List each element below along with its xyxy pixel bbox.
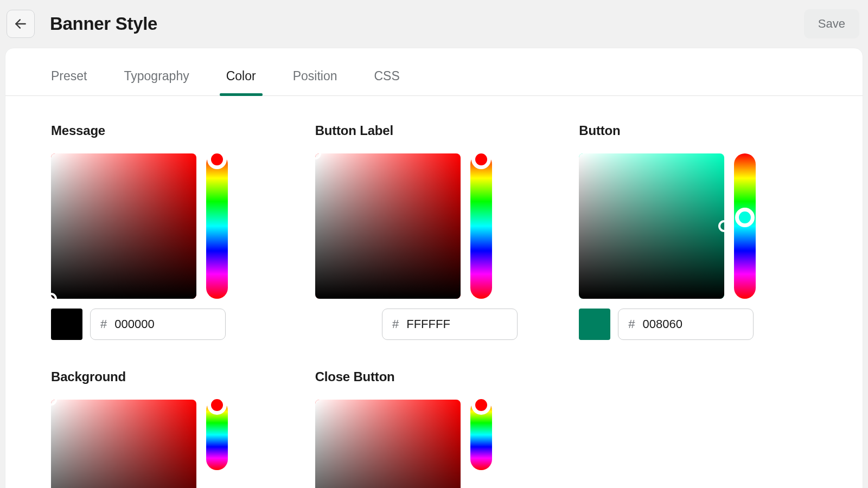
save-button[interactable]: Save <box>804 9 859 38</box>
hue-thumb-button[interactable] <box>735 208 755 227</box>
picker-message: Message # <box>51 123 289 340</box>
picker-body-close-button <box>315 400 553 488</box>
color-row-2: Background Close Button <box>51 369 817 488</box>
value-row-button-label: # <box>315 309 553 340</box>
tab-color[interactable]: Color <box>226 69 256 95</box>
hue-bar-message[interactable] <box>206 153 228 299</box>
hue-bar-button-label[interactable] <box>470 153 492 299</box>
hash-icon: # <box>392 317 399 331</box>
value-row-message: # <box>51 309 289 340</box>
settings-card: Preset Typography Color Position CSS Mes… <box>5 48 863 488</box>
color-settings: Message # <box>5 96 863 488</box>
tab-preset[interactable]: Preset <box>51 69 87 95</box>
sv-panel-button-label[interactable] <box>315 153 461 299</box>
sv-panel-message[interactable] <box>51 153 196 299</box>
hue-bar-close-button[interactable] <box>470 400 492 470</box>
tab-css[interactable]: CSS <box>374 69 399 95</box>
picker-label-button-label: Button Label <box>315 123 553 138</box>
tab-position[interactable]: Position <box>293 69 337 95</box>
swatch-message <box>51 309 82 340</box>
hex-wrap-button-label[interactable]: # <box>382 309 518 340</box>
hex-wrap-button[interactable]: # <box>618 309 754 340</box>
picker-button: Button # <box>579 123 817 340</box>
hue-bar-button[interactable] <box>734 153 756 299</box>
hue-thumb-close-button[interactable] <box>471 395 491 415</box>
sv-panel-button[interactable] <box>579 153 724 299</box>
hex-input-button-label[interactable] <box>406 317 482 331</box>
sv-panel-background[interactable] <box>51 400 196 488</box>
back-button[interactable] <box>7 10 35 38</box>
hue-thumb-background[interactable] <box>207 395 227 415</box>
tab-typography[interactable]: Typography <box>124 69 189 95</box>
picker-body-button <box>579 153 817 299</box>
picker-background: Background <box>51 369 289 488</box>
value-row-button: # <box>579 309 817 340</box>
hue-thumb-button-label[interactable] <box>471 150 491 169</box>
picker-label-message: Message <box>51 123 289 138</box>
color-row-1: Message # <box>51 123 817 340</box>
swatch-button <box>579 309 610 340</box>
picker-body-background <box>51 400 289 488</box>
hue-thumb-message[interactable] <box>207 150 227 169</box>
hex-input-message[interactable] <box>114 317 190 331</box>
hash-icon: # <box>100 317 107 331</box>
arrow-left-icon <box>14 17 28 31</box>
picker-close-button: Close Button <box>315 369 553 488</box>
picker-button-label: Button Label # <box>315 123 553 340</box>
sv-panel-close-button[interactable] <box>315 400 461 488</box>
tabs: Preset Typography Color Position CSS <box>5 48 863 96</box>
hex-wrap-message[interactable]: # <box>90 309 226 340</box>
topbar: Banner Style Save <box>0 0 868 48</box>
hash-icon: # <box>628 317 635 331</box>
topbar-left: Banner Style <box>7 10 157 38</box>
hue-bar-background[interactable] <box>206 400 228 470</box>
picker-label-background: Background <box>51 369 289 384</box>
picker-body-button-label <box>315 153 553 299</box>
hex-input-button[interactable] <box>643 317 719 331</box>
picker-label-close-button: Close Button <box>315 369 553 384</box>
picker-label-button: Button <box>579 123 817 138</box>
page-title: Banner Style <box>50 14 157 34</box>
picker-body-message <box>51 153 289 299</box>
